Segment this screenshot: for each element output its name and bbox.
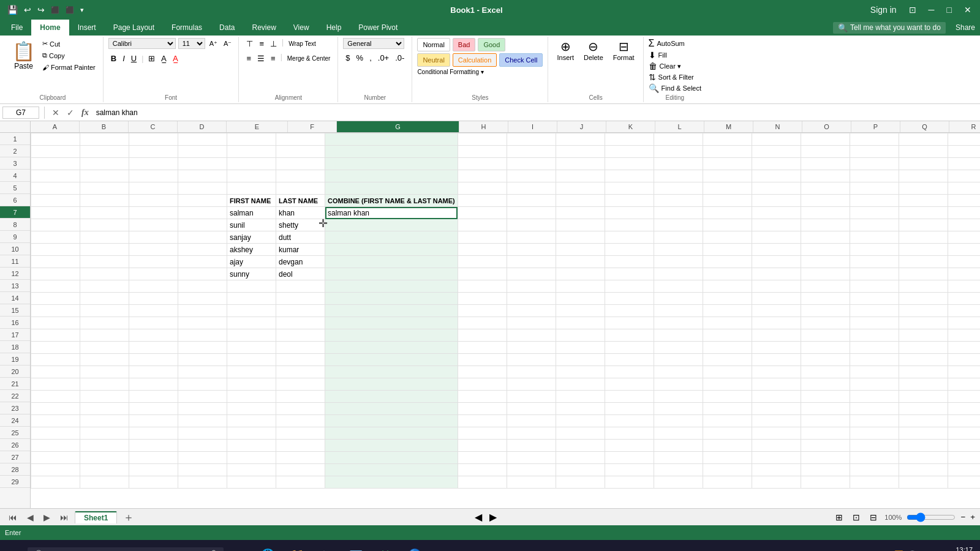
cell-F9[interactable]: dutt bbox=[276, 231, 325, 244]
cell-J23[interactable] bbox=[556, 403, 605, 415]
cell-E11[interactable]: ajay bbox=[227, 256, 276, 268]
cell-O28[interactable] bbox=[801, 464, 850, 476]
cell-N24[interactable] bbox=[752, 415, 801, 427]
cell-K5[interactable] bbox=[605, 182, 654, 195]
cell-Q20[interactable] bbox=[899, 366, 948, 378]
cell-I7[interactable] bbox=[507, 207, 556, 219]
cell-Q26[interactable] bbox=[899, 440, 948, 452]
cell-Q21[interactable] bbox=[899, 378, 948, 391]
cell-C7[interactable] bbox=[129, 207, 178, 219]
tab-power-pivot[interactable]: Power Pivot bbox=[350, 20, 406, 36]
cell-P1[interactable] bbox=[850, 133, 899, 146]
tab-formulas[interactable]: Formulas bbox=[163, 20, 211, 36]
cell-O14[interactable] bbox=[801, 293, 850, 305]
cell-K29[interactable] bbox=[605, 476, 654, 489]
cell-L24[interactable] bbox=[654, 415, 703, 427]
qat-extra-2[interactable]: ⬛ bbox=[63, 5, 77, 15]
taskbar-mail[interactable]: 📧 bbox=[341, 540, 371, 551]
cell-G22[interactable] bbox=[325, 391, 458, 403]
cell-D6[interactable] bbox=[178, 195, 227, 207]
cell-P26[interactable] bbox=[850, 440, 899, 452]
cell-L3[interactable] bbox=[654, 158, 703, 170]
cell-G18[interactable] bbox=[325, 342, 458, 354]
cell-L10[interactable] bbox=[654, 244, 703, 256]
cell-G10[interactable] bbox=[325, 244, 458, 256]
cell-K6[interactable] bbox=[605, 195, 654, 207]
percent-button[interactable]: % bbox=[354, 52, 366, 64]
cell-H5[interactable] bbox=[458, 182, 507, 195]
cell-N2[interactable] bbox=[752, 146, 801, 158]
cell-P18[interactable] bbox=[850, 342, 899, 354]
cell-P6[interactable] bbox=[850, 195, 899, 207]
comma-button[interactable]: , bbox=[367, 52, 374, 64]
cell-F26[interactable] bbox=[276, 440, 325, 452]
cell-G16[interactable] bbox=[325, 317, 458, 329]
cell-G2[interactable] bbox=[325, 146, 458, 158]
cell-F23[interactable] bbox=[276, 403, 325, 415]
scroll-right-button[interactable]: ▶ bbox=[487, 510, 499, 524]
cell-K8[interactable] bbox=[605, 219, 654, 231]
cell-K4[interactable] bbox=[605, 170, 654, 182]
cell-A17[interactable] bbox=[31, 329, 80, 342]
cell-I14[interactable] bbox=[507, 293, 556, 305]
cell-L8[interactable] bbox=[654, 219, 703, 231]
tab-view[interactable]: View bbox=[285, 20, 318, 36]
cell-D18[interactable] bbox=[178, 342, 227, 354]
row-header-2[interactable]: 2 bbox=[0, 145, 30, 157]
cell-I1[interactable] bbox=[507, 133, 556, 146]
cell-H29[interactable] bbox=[458, 476, 507, 489]
cell-R8[interactable] bbox=[948, 219, 980, 231]
clear-label[interactable]: Clear ▾ bbox=[660, 62, 681, 70]
cell-I8[interactable] bbox=[507, 219, 556, 231]
sheet-nav-prev[interactable]: ◀ bbox=[23, 511, 37, 523]
style-bad[interactable]: Bad bbox=[453, 38, 476, 51]
cell-M28[interactable] bbox=[703, 464, 752, 476]
cell-K14[interactable] bbox=[605, 293, 654, 305]
cell-B23[interactable] bbox=[80, 403, 129, 415]
conditional-formatting-button[interactable]: Conditional Formatting ▾ bbox=[417, 69, 483, 75]
row-header-20[interactable]: 20 bbox=[0, 365, 30, 378]
cell-H22[interactable] bbox=[458, 391, 507, 403]
cell-E29[interactable] bbox=[227, 476, 276, 489]
cell-D25[interactable] bbox=[178, 427, 227, 440]
cell-R9[interactable] bbox=[948, 231, 980, 244]
cell-K27[interactable] bbox=[605, 452, 654, 464]
col-header-O[interactable]: O bbox=[802, 121, 851, 132]
cell-B26[interactable] bbox=[80, 440, 129, 452]
cell-D26[interactable] bbox=[178, 440, 227, 452]
col-header-G[interactable]: G bbox=[337, 121, 459, 132]
cell-B28[interactable] bbox=[80, 464, 129, 476]
cell-F21[interactable] bbox=[276, 378, 325, 391]
cell-F11[interactable]: devgan bbox=[276, 256, 325, 268]
cell-L15[interactable] bbox=[654, 305, 703, 317]
format-cells-button[interactable]: ⊟ Format bbox=[609, 38, 638, 62]
cell-O7[interactable] bbox=[801, 207, 850, 219]
cell-A6[interactable] bbox=[31, 195, 80, 207]
cell-I22[interactable] bbox=[507, 391, 556, 403]
cell-I18[interactable] bbox=[507, 342, 556, 354]
cell-C5[interactable] bbox=[129, 182, 178, 195]
cell-H24[interactable] bbox=[458, 415, 507, 427]
delete-cells-button[interactable]: ⊖ Delete bbox=[580, 38, 607, 62]
cell-R29[interactable] bbox=[948, 476, 980, 489]
cell-O2[interactable] bbox=[801, 146, 850, 158]
decrease-decimal-button[interactable]: .0- bbox=[393, 52, 407, 64]
cell-E8[interactable]: sunil bbox=[227, 219, 276, 231]
cell-C17[interactable] bbox=[129, 329, 178, 342]
sort-filter-label[interactable]: Sort & Filter bbox=[658, 73, 694, 81]
cell-F28[interactable] bbox=[276, 464, 325, 476]
cell-B9[interactable] bbox=[80, 231, 129, 244]
cell-D15[interactable] bbox=[178, 305, 227, 317]
cell-J9[interactable] bbox=[556, 231, 605, 244]
cell-D11[interactable] bbox=[178, 256, 227, 268]
share-button[interactable]: Share bbox=[956, 23, 975, 32]
style-check-cell[interactable]: Check Cell bbox=[499, 53, 543, 67]
shrink-font-button[interactable]: A⁻ bbox=[222, 39, 233, 48]
cell-R17[interactable] bbox=[948, 329, 980, 342]
cell-F6[interactable]: LAST NAME bbox=[276, 195, 325, 207]
row-header-23[interactable]: 23 bbox=[0, 402, 30, 414]
cell-D4[interactable] bbox=[178, 170, 227, 182]
cell-O15[interactable] bbox=[801, 305, 850, 317]
cell-F17[interactable] bbox=[276, 329, 325, 342]
cell-F14[interactable] bbox=[276, 293, 325, 305]
